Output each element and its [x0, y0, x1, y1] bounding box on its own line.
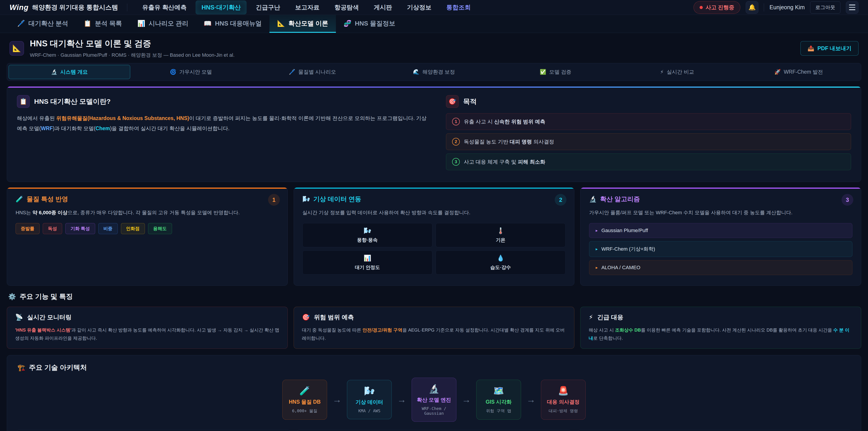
tab-system-overview[interactable]: 🔬 시스템 개요 [8, 65, 130, 79]
roms-ocean-coupling-model-card: ROMS 해양 연동 Regional Ocean Modeling Syste… [577, 430, 852, 431]
tab-label: 시스템 개요 [60, 68, 88, 75]
triangle-marker-icon: ▸ [596, 247, 598, 251]
arrow-right-icon: → [526, 395, 535, 405]
tab-marine-correction[interactable]: 🌊 해양환경 보정 [373, 65, 495, 79]
page-titles: HNS 대기확산 모델 이론 및 검증 WRF-Chem · Gaussian … [30, 38, 235, 59]
target-icon: 🎯 [302, 313, 310, 321]
pen-icon: 🖊️ [289, 69, 296, 75]
algorithm-label: ALOHA / CAMEO [601, 265, 640, 271]
nav-item-rescue[interactable]: 긴급구난 [250, 0, 286, 14]
architecture-section: 🏗️ 주요 기술 아키텍처 🧪 HNS 물질 DB 6,000+ 물질 → 🌬️… [7, 355, 861, 431]
pdf-export-label: PDF 내보내기 [817, 45, 851, 52]
subnav-item-scenario-management[interactable]: 📊 시나리오 관리 [129, 15, 196, 33]
node-title: 확산 모델 엔진 [417, 396, 451, 403]
feature-text: 대기 중 독성물질 농도에 따른 안전/경고/위험 구역을 AEGL·ERPG … [302, 326, 566, 342]
purpose-heading: 🎯 목적 [446, 95, 851, 108]
cell-label: 대기 안정도 [355, 264, 380, 271]
subnav-label: 분석 목록 [95, 19, 122, 28]
tab-realtime-comparison[interactable]: ⚡ 실시간 비교 [616, 65, 738, 79]
section-tabbar: 🔬 시스템 개요 🌀 가우시안 모델 🖊️ 물질별 시나리오 🌊 해양환경 보정… [7, 63, 861, 81]
lightning-icon: ⚡ [589, 313, 593, 321]
gear-icon: ⚙️ [8, 293, 16, 300]
nav-item-oil-spill[interactable]: 유출유 확산예측 [136, 0, 193, 14]
purpose-title: 목적 [463, 97, 477, 106]
cell-label: 풍향·풍속 [357, 237, 378, 243]
notifications-button[interactable]: 🔔 [746, 1, 758, 14]
cell-label: 습도·강수 [490, 264, 511, 271]
wind-icon: 🌬️ [303, 195, 310, 203]
tab-wrfchem-evolution[interactable]: 🚀 WRF-Chem 발전 [738, 65, 860, 79]
user-name: Eunjeong Kim [770, 4, 805, 11]
nav-item-board[interactable]: 게시판 [368, 0, 398, 14]
algorithm-gaussian-plume-puff: ▸ Gaussian Plume/Puff [589, 223, 852, 238]
pipeline-flow-diagram: 🧪 HNS 물질 DB 6,000+ 물질 → 🌬️ 기상 데이터 KMA / … [16, 378, 852, 422]
algorithm-label: WRF-Chem (기상+화학) [601, 246, 655, 252]
feature-title-text: 위험 범위 예측 [314, 313, 354, 321]
wrf-chem-model-card: WRF-Chem 기상 예측 모델(WRF)과 대기화학 모델(Chem)을 결… [16, 430, 291, 431]
definition-title: HNS 대기확산 모델이란? [34, 97, 111, 106]
features-title: 주요 기능 및 특징 [20, 292, 73, 301]
main-content: 📐 HNS 대기확산 모델 이론 및 검증 WRF-Chem · Gaussia… [0, 38, 868, 431]
emergency-response-card: ⚡ 긴급 대응 해상 사고 시 조화상수 DB를 이용한 빠른 예측 기술을 포… [580, 307, 861, 349]
node-subtitle: WRF-Chem / Gaussian [414, 406, 454, 415]
humidity-precipitation-cell: 💧 습도·강수 [436, 250, 565, 275]
nav-item-aerial-search[interactable]: 항공탐색 [329, 0, 365, 14]
tab-model-validation[interactable]: ✅ 모델 검증 [495, 65, 616, 79]
nav-item-hns-diffusion[interactable]: HNS·대기확산 [195, 0, 247, 14]
wind-icon: 🌬️ [364, 386, 375, 396]
subnav-item-analysis-list[interactable]: 📋 분석 목록 [76, 15, 130, 33]
purpose-item-1: 1 유출 사고 시 신속한 위험 범위 예측 [446, 113, 851, 130]
arrow-right-icon: → [397, 395, 406, 405]
book-icon: 📖 [204, 20, 212, 27]
gaussian-plume-puff-model-card: Gaussian Plume/Puff ALOHA/CAMEO 표준 알고리즘 … [297, 430, 571, 431]
top-navigation: Wing 해양환경 위기대응 통합시스템 유출유 확산예측 HNS·대기확산 긴… [0, 0, 868, 15]
wrf-highlight: WRF [41, 125, 53, 131]
brand-name: 해양환경 위기대응 통합시스템 [32, 3, 118, 12]
tab-gaussian-model[interactable]: 🌀 가우시안 모델 [130, 65, 252, 79]
subnav-label: 대기확산 분석 [29, 19, 68, 28]
pdf-export-button[interactable]: 📤 PDF 내보내기 [800, 41, 859, 56]
card-title: 기상 데이터 연동 [313, 195, 361, 204]
incident-status-badge: 사고 진행중 [693, 1, 741, 14]
test-tube-icon: 🧪 [16, 195, 23, 203]
number-badge: 2 [452, 138, 460, 146]
logout-button[interactable]: 로그아웃 [810, 1, 840, 13]
subnav-item-model-theory[interactable]: 📐 확산모델 이론 [270, 15, 336, 33]
bar-chart-icon: 📊 [137, 20, 145, 27]
nav-item-weather[interactable]: 기상정보 [401, 0, 437, 14]
temperature-cell: 🌡️ 기온 [436, 223, 565, 247]
node-subtitle: 위험 구역 맵 [486, 408, 511, 413]
tab-substance-scenarios[interactable]: 🖊️ 물질별 시나리오 [252, 65, 373, 79]
nav-item-reports[interactable]: 보고자료 [289, 0, 325, 14]
tab-label: 모델 검증 [549, 68, 571, 75]
page-header: 📐 HNS 대기확산 모델 이론 및 검증 WRF-Chem · Gaussia… [9, 38, 859, 59]
wind-direction-speed-cell: 🌬️ 풍향·풍속 [303, 223, 432, 247]
atmospheric-stability-cell: 📊 대기 안정도 [303, 250, 432, 275]
feature-text: 해상 사고 시 조화상수 DB를 이용한 빠른 예측 기술을 포함합니다. 사전… [589, 326, 853, 342]
card-text: 실시간 기상 정보를 입력 데이터로 사용하여 확산 방향과 속도를 결정합니다… [303, 208, 566, 217]
divider [127, 4, 127, 11]
algorithm-aloha-cameo: ▸ ALOHA / CAMEO [589, 260, 852, 275]
subnav-item-hns-manual[interactable]: 📖 HNS 대응매뉴얼 [196, 15, 270, 33]
subnav-item-diffusion-analysis[interactable]: 🖊️ 대기확산 분석 [9, 15, 76, 33]
pen-icon: 🖊️ [17, 20, 25, 27]
subnav-item-hns-substance-info[interactable]: 🧬 HNS 물질정보 [336, 15, 403, 33]
world-map-icon: 🗺️ [493, 386, 504, 396]
node-title: HNS 물질 DB [289, 398, 321, 405]
tag-vaporization: 기화 특성 [65, 223, 95, 234]
purpose-item-3: 3 사고 대응 체계 구축 및 피해 최소화 [446, 153, 851, 170]
menu-button[interactable] [846, 1, 859, 14]
tab-label: 가우시안 모델 [179, 68, 212, 75]
purpose-item-2: 2 독성물질 농도 기반 대피 명령 의사결정 [446, 133, 851, 150]
text-segment: )을 결합하여 실시간 대기 확산을 시뮬레이션합니다. [110, 125, 229, 131]
microscope-icon: 🔬 [429, 384, 439, 394]
incident-status-label: 사고 진행중 [706, 4, 735, 11]
definition-paragraph: 해상에서 유출된 위험유해물질(Hazardous & Noxious Subs… [17, 113, 430, 133]
nav-item-integrated-search[interactable]: 통합조회 [440, 0, 476, 14]
definition-heading: 📋 HNS 대기확산 모델이란? [17, 95, 430, 108]
flow-node-response-decision: 🚨 대응 의사결정 대피·방제 명령 [541, 380, 586, 420]
substance-properties-card: 🧪 물질 특성 반영 1 HNS는 약 6,000종 이상으로, 종류가 매우 … [7, 187, 288, 286]
feature-text: 'HNS 유출 블랙박스 시스템'과 같이 사고 즉시 확산 방향과 농도를 예… [15, 326, 279, 342]
clipboard-icon: 📋 [84, 20, 92, 27]
card-heading: 🌬️ 기상 데이터 연동 [303, 195, 566, 204]
